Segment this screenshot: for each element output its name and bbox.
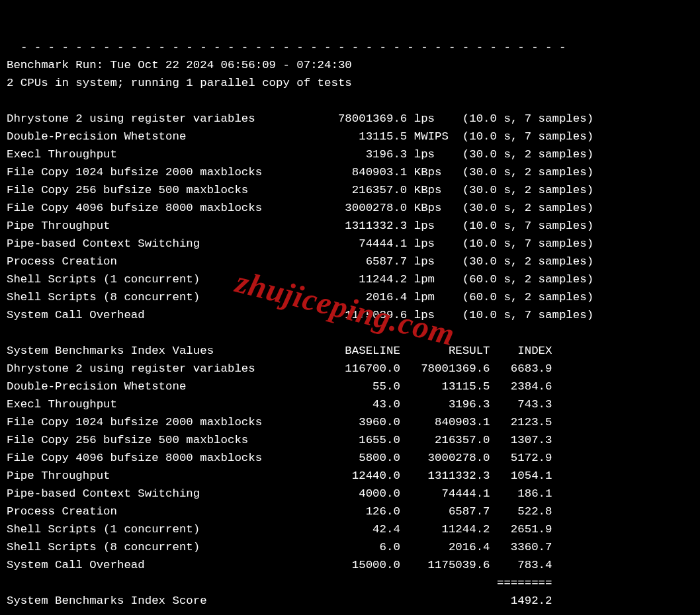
index-block: System Benchmarks Index Values BASELINE …	[7, 345, 552, 607]
cpu-header-line: 2 CPUs in system; running 1 parallel cop…	[7, 77, 352, 89]
divider-line: - - - - - - - - - - - - - - - - - - - - …	[21, 41, 566, 54]
terminal-output: zhujiceping.com - - - - - - - - - - - - …	[0, 0, 700, 615]
tests-block: Dhrystone 2 using register variables 780…	[7, 112, 593, 321]
run-header-line: Benchmark Run: Tue Oct 22 2024 06:56:09 …	[7, 59, 352, 71]
